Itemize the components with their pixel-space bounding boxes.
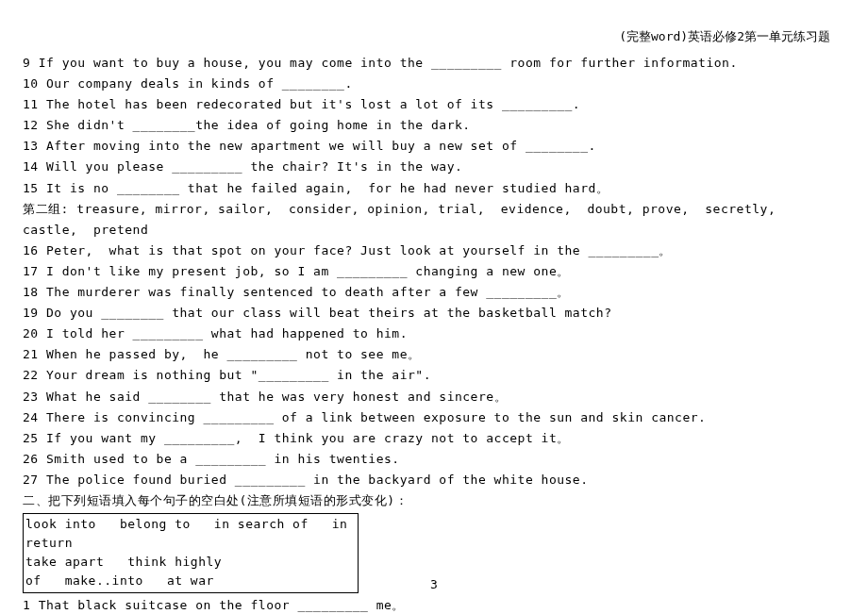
box-line: take apart think highly — [25, 553, 356, 572]
question-line: 12 She didn't ________the idea of going … — [23, 115, 845, 136]
question-line: 14 Will you please _________ the chair? … — [23, 157, 845, 177]
question-line: 26 Smith used to be a _________ in his t… — [23, 449, 845, 470]
question-line: 18 The murderer was finally sentenced to… — [23, 282, 845, 303]
page-number: 3 — [0, 577, 868, 591]
question-line: 19 Do you ________ that our class will b… — [23, 303, 845, 324]
question-line: 25 If you want my _________, I think you… — [23, 428, 845, 449]
question-line: 17 I don't like my present job, so I am … — [23, 261, 845, 282]
question-line: 23 What he said ________ that he was ver… — [23, 387, 845, 407]
question-line: 13 After moving into the new apartment w… — [23, 136, 845, 157]
question-line: 10 Our company deals in kinds of _______… — [23, 74, 845, 94]
wordbank-line: 第二组: treasure, mirror, sailor, consider,… — [23, 199, 845, 241]
question-line: 11 The hotel has been redecorated but it… — [23, 94, 845, 115]
question-line: 20 I told her _________ what had happene… — [23, 324, 845, 344]
box-line: return — [25, 534, 356, 553]
content-area: 9 If you want to buy a house, you may co… — [0, 53, 868, 614]
question-line: 1 That black suitcase on the floor _____… — [23, 595, 845, 614]
question-line: 22 Your dream is nothing but "_________ … — [23, 365, 845, 386]
question-line: 16 Peter, what is that spot on your face… — [23, 241, 845, 261]
box-line: look into belong to in search of in — [25, 515, 356, 534]
question-line: 9 If you want to buy a house, you may co… — [23, 53, 845, 74]
question-line: 27 The police found buried _________ in … — [23, 470, 845, 490]
question-line: 21 When he passed by, he _________ not t… — [23, 344, 845, 365]
header-text: (完整word)英语必修2第一单元练习题 — [0, 0, 868, 53]
question-line: 24 There is convincing _________ of a li… — [23, 407, 845, 428]
section-heading: 二、把下列短语填入每个句子的空白处(注意所填短语的形式变化)： — [23, 490, 845, 511]
question-line: 15 It is no ________ that he failed agai… — [23, 178, 845, 199]
